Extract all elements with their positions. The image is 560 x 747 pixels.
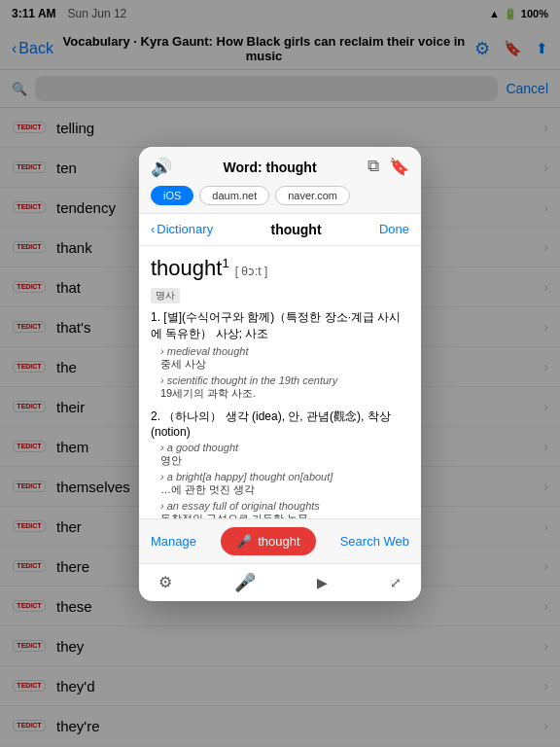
play-bottom-icon[interactable]: ▶ bbox=[317, 575, 328, 590]
done-button[interactable]: Done bbox=[379, 222, 409, 236]
example-kr: 영안 bbox=[160, 453, 409, 468]
manage-button[interactable]: Manage bbox=[151, 534, 196, 549]
def-number: 2. （하나의） 생각 (idea), 안, 관념(觀念), 착상(notion… bbox=[151, 409, 409, 439]
mic-record-button[interactable]: 🎤 thought bbox=[221, 527, 315, 555]
word-heading: thought1 bbox=[151, 256, 229, 281]
mic-icon: 🎤 bbox=[236, 534, 252, 549]
example-block: › an essay full of original thoughts 독창적… bbox=[160, 500, 409, 518]
expand-bottom-icon[interactable]: ⤢ bbox=[390, 575, 402, 590]
modal-tabs: iOSdaum.netnaver.com bbox=[151, 186, 409, 205]
modal-tab[interactable]: naver.com bbox=[275, 186, 350, 205]
dictionary-back-button[interactable]: ‹ Dictionary bbox=[151, 222, 213, 236]
word-heading-row: thought1 [ θɔ:t ] bbox=[151, 256, 409, 285]
example-kr: …에 관한 멋진 생각 bbox=[160, 482, 409, 497]
def-number: 1. [별](수식어구와 함께)（특정한 장소·계급 사시에 독유한） 사상; … bbox=[151, 309, 409, 342]
modal-bottom-bar: ⚙ 🎤 ▶ ⤢ bbox=[139, 563, 421, 601]
modal: 🔊 Word: thought ⧉ 🔖 iOSdaum.netnaver.com… bbox=[139, 147, 421, 601]
bookmark-modal-icon[interactable]: 🔖 bbox=[389, 157, 409, 177]
example-kr: 19세기의 과학 사조. bbox=[160, 386, 409, 401]
modal-overlay[interactable]: 🔊 Word: thought ⧉ 🔖 iOSdaum.netnaver.com… bbox=[0, 0, 560, 747]
definitions-container: 1. [별](수식어구와 함께)（특정한 장소·계급 사시에 독유한） 사상; … bbox=[151, 309, 409, 518]
example-block: › scientific thought in the 19th century… bbox=[160, 374, 409, 401]
search-web-button[interactable]: Search Web bbox=[340, 534, 409, 549]
word-phonetic: [ θɔ:t ] bbox=[235, 265, 268, 278]
mic-word-label: thought bbox=[258, 534, 299, 549]
modal-tab[interactable]: daum.net bbox=[199, 186, 269, 205]
chevron-left-modal-icon: ‹ bbox=[151, 222, 155, 236]
definition-block: 1. [별](수식어구와 함께)（특정한 장소·계급 사시에 독유한） 사상; … bbox=[151, 309, 409, 401]
pos-badge: 명사 bbox=[151, 285, 409, 309]
modal-title: Word: thought bbox=[223, 160, 316, 175]
settings-bottom-icon[interactable]: ⚙ bbox=[158, 573, 172, 591]
example-kr: 중세 사상 bbox=[160, 357, 409, 372]
modal-header: 🔊 Word: thought ⧉ 🔖 iOSdaum.netnaver.com bbox=[139, 147, 421, 214]
modal-nav-word: thought bbox=[270, 222, 321, 237]
modal-content: thought1 [ θɔ:t ] 명사 1. [별](수식어구와 함께)（특정… bbox=[139, 246, 421, 518]
modal-nav: ‹ Dictionary thought Done bbox=[139, 214, 421, 246]
example-en: › scientific thought in the 19th century bbox=[160, 374, 409, 386]
example-kr: 독창적인 구성으로 가득한 논문 bbox=[160, 512, 409, 518]
example-en: › an essay full of original thoughts bbox=[160, 500, 409, 512]
definition-block: 2. （하나의） 생각 (idea), 안, 관념(觀念), 착상(notion… bbox=[151, 409, 409, 518]
mic-bottom-icon[interactable]: 🎤 bbox=[234, 572, 256, 593]
speaker-icon[interactable]: 🔊 bbox=[151, 157, 172, 178]
modal-tab[interactable]: iOS bbox=[151, 186, 193, 205]
example-block: › a good thought 영안 bbox=[160, 442, 409, 468]
example-block: › medieval thought 중세 사상 bbox=[160, 345, 409, 372]
example-en: › a good thought bbox=[160, 442, 409, 453]
dictionary-back-label: Dictionary bbox=[157, 222, 213, 236]
example-en: › medieval thought bbox=[160, 345, 409, 357]
example-block: › a bright[a happy] thought on[about] …에… bbox=[160, 471, 409, 497]
modal-footer: Manage 🎤 thought Search Web bbox=[139, 518, 421, 563]
copy-icon[interactable]: ⧉ bbox=[368, 157, 379, 177]
modal-header-icons: ⧉ 🔖 bbox=[368, 157, 409, 177]
example-en: › a bright[a happy] thought on[about] bbox=[160, 471, 409, 482]
